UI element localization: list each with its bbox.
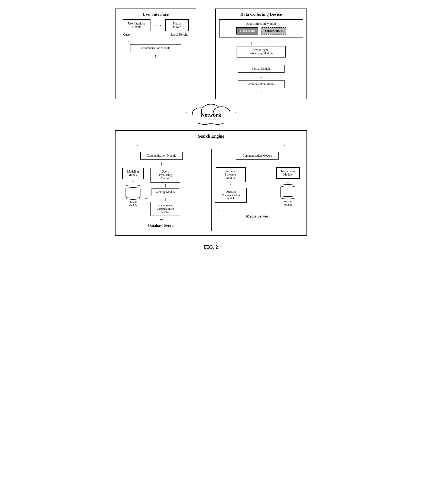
ms-cyl-bottom xyxy=(281,196,295,199)
search-engine-title: Search Engine xyxy=(119,134,303,139)
retrieval-scheduler-box: RetrievalSchedulerModule xyxy=(216,167,246,182)
video-arrow-down: ↓ xyxy=(250,40,253,46)
transcoding-storage-arrow: ↕ xyxy=(287,179,289,184)
network-arrow-right: ← xyxy=(234,109,238,114)
ms-left-col: RetrievalSchedulerModule ↕ DatabaseCommu… xyxy=(215,167,247,203)
network-arrow-left: → xyxy=(184,109,188,114)
query-arrow-down: ↓ xyxy=(127,37,129,43)
db-server-title: Database Server xyxy=(122,223,201,228)
ms-comm-module: Communication Module xyxy=(236,152,279,160)
db-left-col: ModelingModule ↕ StorageModule xyxy=(122,168,144,207)
dc-format-module: Format Module xyxy=(238,65,285,73)
ms-comm-arrow2: ↓ xyxy=(293,160,295,166)
diagram-container: User Interface User InterfaceModule ⟺ Me… xyxy=(115,9,307,250)
cloud-svg: Network xyxy=(188,101,234,125)
user-interface-box: User Interface User InterfaceModule ⟺ Me… xyxy=(115,9,196,99)
comm-arrow-up: ↑ xyxy=(154,54,157,59)
query-processing-box: QueryProcessingModule xyxy=(150,168,180,183)
modeling-storage-arrow: ↕ xyxy=(132,179,134,185)
video-input-box: Video Input xyxy=(236,27,258,35)
database-server-box: Communication Module ↓ ModelingModule ↕ … xyxy=(119,149,204,231)
db-middle-row: ModelingModule ↕ StorageModule xyxy=(122,168,201,216)
dbcomm-mscomm-arrow: ← xyxy=(215,207,300,212)
bidirectional-arrow-h: ⟺ xyxy=(155,23,161,28)
data-collecting-device-box: Data Collecting Device Data Collection M… xyxy=(215,9,307,99)
media-server-box: Communication Module ↕ ↓ RetrievalSchedu… xyxy=(211,149,303,231)
ms-cyl-body xyxy=(281,187,295,197)
dc-input-arrows: ↓ ↓ xyxy=(250,40,272,46)
dc-comm-arrow-up: ↑ xyxy=(260,90,262,95)
media-server-comm-box: Media ServerCommunicationModule xyxy=(150,202,180,216)
ranking-mscomm-arrow: ↕ xyxy=(164,196,167,202)
search-engine-outer: Search Engine ↓ ↓ Communication Module ↓… xyxy=(115,130,307,236)
se-right-arrow-down: ↓ xyxy=(284,142,286,147)
top-row: User Interface User InterfaceModule ⟺ Me… xyxy=(115,9,307,99)
se-inner-row: Communication Module ↓ ModelingModule ↕ … xyxy=(119,149,303,231)
dc-collection-module: Data Collection Module Video Input Senso… xyxy=(219,19,303,37)
db-comm-module-box: DatabaseCommunicationModule xyxy=(215,188,247,203)
ms-right-col: TranscodingModule ↕ StorageModule xyxy=(276,167,300,207)
dc-inner: Data Collection Module Video Input Senso… xyxy=(219,19,303,95)
ms-comm-arrow1: ↕ xyxy=(219,160,221,166)
media-player-box: Media Player xyxy=(165,19,189,31)
modeling-query-arrow: → xyxy=(144,196,148,201)
format-comm-arrow: ↓ xyxy=(260,74,262,79)
dc-comm-module: Communication Module xyxy=(238,80,285,88)
ms-storage-label: StorageModule xyxy=(284,200,292,207)
dc-sensor-module: Sensor SignalProcessing Module xyxy=(237,46,286,58)
sensor-format-arrow: ↓ xyxy=(260,58,262,64)
cyl-body xyxy=(126,188,141,197)
qp-right-col: → QueryProcessingModule ↕ Ranking Module… xyxy=(146,168,180,216)
search-results-label: Search Results xyxy=(170,33,188,36)
ms-cyl-top xyxy=(281,184,295,187)
right-connector xyxy=(271,127,271,130)
ui-top-row: User InterfaceModule ⟺ Media Player xyxy=(123,19,189,31)
dc-inputs-row: Video Input Sensor Inputs xyxy=(222,27,300,35)
se-left-arrow-down: ↓ xyxy=(136,142,138,147)
network-section: Network → ← xyxy=(115,101,307,125)
query-label: Query xyxy=(123,33,131,36)
svg-text:Network: Network xyxy=(201,112,221,118)
db-storage-cylinder: StorageModule xyxy=(126,185,141,207)
sensor-arrow-down: ↓ xyxy=(270,40,272,46)
ms-storage-cylinder: StorageModule xyxy=(281,184,295,207)
connector-lines xyxy=(115,127,307,130)
ms-middle-row: RetrievalSchedulerModule ↕ DatabaseCommu… xyxy=(215,167,300,207)
dc-collection-title: Data Collection Module xyxy=(222,22,300,26)
db-comm-module: Communication Module xyxy=(140,152,183,160)
left-connector xyxy=(151,127,151,130)
cyl-bottom xyxy=(126,197,141,200)
user-interface-title: User Interface xyxy=(119,12,192,17)
media-server-title: Media Server xyxy=(215,214,300,219)
cyl-top xyxy=(126,185,141,188)
ui-module-box: User InterfaceModule xyxy=(123,19,150,31)
qp-col: QueryProcessingModule ↕ Ranking Module ↕… xyxy=(150,168,180,216)
qp-ranking-arrow: ↕ xyxy=(164,183,167,188)
retrieval-dbcomm-arrow: ↕ xyxy=(230,182,232,188)
se-top-arrows: ↓ ↓ xyxy=(119,142,303,147)
fig-label: FIG. 2 xyxy=(115,244,307,250)
mscomm-storage-arrow: ← xyxy=(122,217,201,222)
ms-comm-arrows: ↕ ↓ xyxy=(215,160,300,166)
ranking-module-box: Ranking Module xyxy=(152,188,179,196)
ui-inner: User InterfaceModule ⟺ Media Player Quer… xyxy=(119,19,192,59)
db-storage-label: StorageModule xyxy=(129,200,137,207)
ui-comm-module: Communication Module xyxy=(130,44,181,52)
db-comm-arrow-down: ↓ xyxy=(122,160,201,166)
data-collecting-title: Data Collecting Device xyxy=(219,12,303,17)
network-cloud-wrapper: Network → ← xyxy=(188,101,234,125)
sensor-input-box: Sensor Inputs xyxy=(262,27,286,35)
modeling-module-box: ModelingModule xyxy=(122,168,144,179)
transcoding-module-box: TranscodingModule xyxy=(276,167,300,179)
